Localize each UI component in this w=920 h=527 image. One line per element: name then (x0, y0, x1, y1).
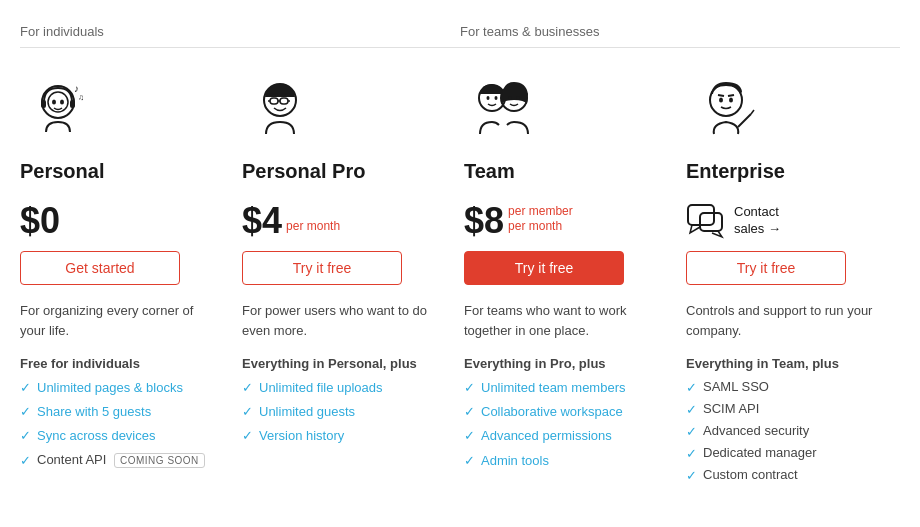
svg-rect-2 (41, 100, 46, 108)
list-item: ✓ Admin tools (464, 452, 658, 470)
plan-enterprise: Enterprise Contactsales → Try it free Co… (678, 64, 900, 505)
personal-features: Free for individuals ✓ Unlimited pages &… (20, 356, 214, 474)
section-header-individuals: For individuals (20, 24, 460, 39)
list-item: ✓ Custom contract (686, 467, 880, 483)
feature-text: SAML SSO (703, 379, 769, 394)
pricing-container: For individuals For teams & businesses (20, 24, 900, 505)
personal-features-title: Free for individuals (20, 356, 214, 371)
check-icon: ✓ (20, 380, 31, 395)
coming-soon-badge: COMING SOON (114, 453, 205, 468)
check-icon: ✓ (20, 428, 31, 443)
section-headers: For individuals For teams & businesses (20, 24, 900, 39)
svg-rect-9 (270, 98, 278, 104)
svg-point-5 (60, 100, 64, 105)
section-header-teams: For teams & businesses (460, 24, 900, 39)
list-item: ✓ Unlimited pages & blocks (20, 379, 214, 397)
feature-text: Custom contract (703, 467, 798, 482)
check-icon: ✓ (464, 404, 475, 419)
plan-team: Team $8 per member per month Try it free… (456, 64, 678, 505)
feature-text: Advanced security (703, 423, 809, 438)
personal-cta-button[interactable]: Get started (20, 251, 180, 285)
svg-rect-3 (70, 100, 75, 108)
list-item: ✓ Unlimited guests (242, 403, 436, 421)
feature-text: Unlimited guests (259, 403, 355, 421)
list-item: ✓ SAML SSO (686, 379, 880, 395)
check-icon: ✓ (242, 404, 253, 419)
svg-point-22 (729, 98, 733, 103)
feature-text: Unlimited file uploads (259, 379, 383, 397)
team-features-title: Everything in Pro, plus (464, 356, 658, 371)
check-icon: ✓ (464, 453, 475, 468)
list-item: ✓ Unlimited file uploads (242, 379, 436, 397)
personal-illustration: ♪ ♫ (20, 72, 100, 152)
svg-rect-28 (700, 213, 722, 231)
enterprise-price-row: Contactsales → (686, 191, 880, 239)
team-tagline: For teams who want to work together in o… (464, 301, 658, 340)
personal-pro-price-row: $4 per month (242, 191, 436, 239)
list-item: ✓ Sync across devices (20, 427, 214, 445)
feature-text: SCIM API (703, 401, 759, 416)
personal-pro-plan-name: Personal Pro (242, 160, 436, 183)
enterprise-tagline: Controls and support to run your company… (686, 301, 880, 340)
feature-text: Dedicated manager (703, 445, 816, 460)
check-icon: ✓ (464, 380, 475, 395)
contact-sales-text[interactable]: Contactsales → (734, 204, 781, 238)
personal-pro-cta-button[interactable]: Try it free (242, 251, 402, 285)
feature-text: Version history (259, 427, 344, 445)
plan-personal-pro: Personal Pro $4 per month Try it free Fo… (234, 64, 456, 505)
enterprise-features: Everything in Team, plus ✓ SAML SSO ✓ SC… (686, 356, 880, 489)
plan-personal: ♪ ♫ Personal $0 Get started For organizi… (20, 64, 234, 505)
svg-point-18 (509, 96, 512, 100)
team-price: $8 (464, 203, 504, 239)
team-cta-button[interactable]: Try it free (464, 251, 624, 285)
plans-grid: ♪ ♫ Personal $0 Get started For organizi… (20, 64, 900, 505)
enterprise-plan-name: Enterprise (686, 160, 880, 183)
feature-text: Collaborative workspace (481, 403, 623, 421)
personal-plan-name: Personal (20, 160, 214, 183)
personal-pro-price: $4 (242, 203, 282, 239)
team-features: Everything in Pro, plus ✓ Unlimited team… (464, 356, 658, 476)
svg-line-23 (718, 95, 724, 96)
personal-pro-features-title: Everything in Personal, plus (242, 356, 436, 371)
check-icon: ✓ (686, 446, 697, 461)
enterprise-cta-button[interactable]: Try it free (686, 251, 846, 285)
feature-text: Unlimited pages & blocks (37, 379, 183, 397)
check-icon: ✓ (686, 380, 697, 395)
enterprise-illustration (686, 72, 766, 152)
svg-rect-10 (280, 98, 288, 104)
personal-tagline: For organizing every corner of your life… (20, 301, 214, 340)
personal-price: $0 (20, 203, 60, 239)
feature-text: Unlimited team members (481, 379, 626, 397)
list-item: ✓ Unlimited team members (464, 379, 658, 397)
svg-point-19 (517, 96, 520, 100)
personal-pro-illustration (242, 72, 322, 152)
personal-pro-price-suffix: per month (286, 219, 340, 235)
team-price-suffix: per member per month (508, 204, 573, 235)
list-item: ✓ Version history (242, 427, 436, 445)
feature-text: Sync across devices (37, 427, 156, 445)
team-illustration (464, 72, 544, 152)
svg-line-26 (751, 110, 754, 114)
svg-line-25 (738, 114, 751, 127)
personal-pro-features: Everything in Personal, plus ✓ Unlimited… (242, 356, 436, 452)
team-plan-name: Team (464, 160, 658, 183)
personal-price-row: $0 (20, 191, 214, 239)
list-item: ✓ Share with 5 guests (20, 403, 214, 421)
list-item: ✓ Content API COMING SOON (20, 452, 214, 468)
svg-point-15 (487, 96, 490, 100)
svg-point-4 (52, 100, 56, 105)
check-icon: ✓ (242, 380, 253, 395)
personal-pro-tagline: For power users who want to do even more… (242, 301, 436, 340)
feature-text: Advanced permissions (481, 427, 612, 445)
feature-text: Content API COMING SOON (37, 452, 205, 468)
check-icon: ✓ (242, 428, 253, 443)
svg-line-24 (728, 95, 734, 96)
list-item: ✓ Advanced permissions (464, 427, 658, 445)
feature-text: Share with 5 guests (37, 403, 151, 421)
enterprise-features-title: Everything in Team, plus (686, 356, 880, 371)
team-price-row: $8 per member per month (464, 191, 658, 239)
contact-sales: Contactsales → (686, 203, 781, 239)
check-icon: ✓ (686, 468, 697, 483)
list-item: ✓ Collaborative workspace (464, 403, 658, 421)
divider-left (20, 47, 460, 48)
